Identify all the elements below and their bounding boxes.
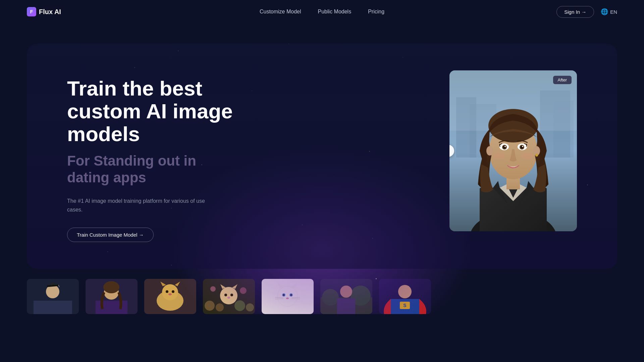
thumbnail-item[interactable] (27, 279, 79, 314)
svg-rect-77 (337, 298, 355, 314)
svg-point-39 (162, 284, 178, 300)
svg-point-26 (535, 154, 538, 157)
hero-title-line3: models (67, 122, 140, 145)
thumbnail-white-cat-svg (262, 279, 314, 314)
svg-point-56 (230, 294, 233, 296)
hero-card-inner: Train the best custom AI image models Fo… (27, 44, 617, 269)
thumbnail-item[interactable]: S (379, 279, 431, 314)
svg-point-79 (398, 285, 412, 298)
hero-image-placeholder (449, 70, 577, 231)
svg-point-57 (227, 297, 230, 299)
svg-rect-35 (96, 301, 127, 314)
nav-right: Sign In → 🌐 EN (556, 6, 617, 18)
lang-label: EN (610, 9, 617, 15)
hero-title-line2: custom AI image (67, 100, 233, 123)
svg-point-46 (205, 301, 215, 311)
hero-section: Train the best custom AI image models Fo… (0, 23, 644, 314)
thumbnail-woman-svg (86, 279, 138, 314)
svg-point-67 (286, 297, 289, 299)
svg-point-52 (220, 287, 237, 304)
svg-point-48 (234, 300, 245, 311)
nav-link-pricing[interactable]: Pricing (368, 9, 384, 15)
svg-point-51 (240, 287, 247, 294)
hero-cta-button[interactable]: Train Custom Image Model → (67, 228, 154, 242)
svg-point-66 (290, 294, 292, 296)
svg-point-50 (210, 286, 216, 292)
thumbnails-section: S (0, 269, 644, 314)
svg-point-60 (277, 286, 298, 306)
language-selector[interactable]: 🌐 EN (601, 8, 617, 15)
logo-text: Flux AI (39, 8, 61, 16)
nav-link-public-models[interactable]: Public Models (318, 9, 352, 15)
thumbnail-item[interactable] (86, 279, 138, 314)
svg-point-55 (224, 294, 227, 296)
thumbnail-man-nature-svg (320, 279, 372, 314)
hero-subtitle: For Standing out in dating apps (67, 153, 423, 186)
svg-point-17 (504, 146, 506, 147)
svg-point-23 (521, 153, 533, 159)
sign-in-button[interactable]: Sign In → (556, 6, 594, 18)
thumbnail-item[interactable] (203, 279, 255, 314)
svg-point-42 (166, 290, 168, 293)
thumbnail-item[interactable] (144, 279, 196, 314)
translate-icon: 🌐 (601, 8, 608, 15)
svg-point-36 (103, 281, 119, 293)
svg-point-65 (283, 294, 285, 296)
hero-title-line1: Train the best (67, 77, 202, 100)
slider-arrow-icon: ❯ (449, 148, 450, 153)
logo-letter: F (30, 9, 33, 14)
hero-left-content: Train the best custom AI image models Fo… (67, 70, 423, 242)
svg-point-24 (486, 146, 493, 156)
logo-icon: F (27, 7, 36, 16)
svg-point-44 (168, 293, 172, 295)
svg-point-74 (322, 289, 339, 306)
hero-title: Train the best custom AI image models (67, 77, 423, 146)
hero-description: The #1 AI image model training platform … (67, 197, 215, 214)
thumbnail-item[interactable] (320, 279, 372, 314)
svg-point-49 (246, 303, 254, 311)
hero-right-image: After (449, 70, 577, 231)
svg-point-21 (522, 146, 523, 147)
svg-rect-7 (480, 188, 547, 231)
svg-point-76 (340, 286, 352, 298)
nav-links: Customize Model Public Models Pricing (260, 9, 384, 15)
svg-point-47 (216, 303, 224, 311)
navbar: F Flux AI Customize Model Public Models … (0, 0, 644, 23)
portrait-svg (449, 70, 577, 231)
hero-card: Train the best custom AI image models Fo… (27, 44, 617, 269)
nav-link-customize-model[interactable]: Customize Model (260, 9, 301, 15)
after-badge: After (553, 76, 572, 84)
logo[interactable]: F Flux AI (27, 7, 61, 16)
hero-subtitle-line1: For Standing out in (67, 153, 196, 169)
thumbnail-item[interactable] (262, 279, 314, 314)
svg-rect-29 (34, 301, 72, 314)
thumbnail-graduation-svg (27, 279, 79, 314)
hero-image-container: After (449, 70, 577, 231)
svg-point-43 (172, 290, 174, 293)
hero-subtitle-line2: dating apps (67, 170, 146, 185)
thumbnail-pet-svg (144, 279, 196, 314)
thumbnail-cat-flowers-svg (203, 279, 255, 314)
svg-text:S: S (403, 303, 406, 308)
svg-point-22 (493, 153, 505, 159)
thumbnail-superman-svg: S (379, 279, 431, 314)
